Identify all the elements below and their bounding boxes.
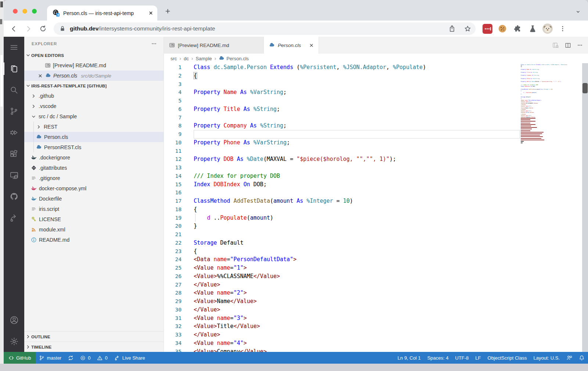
onepassword-button[interactable] bbox=[482, 24, 492, 34]
menu-dots-button[interactable] bbox=[557, 24, 568, 34]
status-feedback[interactable] bbox=[563, 352, 576, 364]
tree-folder--vscode[interactable]: .vscode bbox=[24, 101, 164, 111]
status-sync[interactable] bbox=[65, 352, 77, 364]
activity-item-github[interactable] bbox=[4, 186, 24, 207]
status-objectscript-class[interactable]: ObjectScript Class bbox=[484, 352, 530, 364]
activity-item-explorer[interactable] bbox=[4, 58, 24, 79]
code-line[interactable]: 23{ bbox=[164, 247, 588, 256]
code-line[interactable]: 15Index DOBIndex On DOB; bbox=[164, 180, 588, 189]
avatar-button[interactable] bbox=[542, 24, 553, 34]
breadcrumb-item[interactable]: Sample bbox=[196, 56, 212, 61]
close-icon[interactable] bbox=[309, 43, 314, 48]
breadcrumb-item[interactable]: Person.cls bbox=[219, 55, 249, 61]
code-line[interactable]: 29<Value>Name</Value> bbox=[164, 297, 588, 306]
code-line[interactable]: 13 bbox=[164, 163, 588, 172]
status-spaces-4[interactable]: Spaces: 4 bbox=[424, 352, 452, 364]
code-line[interactable]: 11 bbox=[164, 147, 588, 155]
window-minimize-button[interactable] bbox=[22, 9, 27, 14]
tree-file-docker-compose-yml[interactable]: docker-compose.yml bbox=[24, 183, 164, 194]
code-line[interactable]: 14/// Index for property DOB bbox=[164, 172, 588, 180]
bookmark-star-icon[interactable] bbox=[462, 23, 473, 35]
code-line[interactable]: 17ClassMethod AddTestData(amount As %Int… bbox=[164, 197, 588, 205]
activity-item-source-control[interactable] bbox=[4, 101, 24, 122]
tree-folder-rest[interactable]: REST bbox=[24, 122, 164, 132]
tab-search-chevron-icon[interactable] bbox=[576, 9, 581, 14]
code-line[interactable]: 33</Value> bbox=[164, 331, 588, 339]
activity-item-menu[interactable] bbox=[4, 37, 24, 58]
code-line[interactable]: 19 d ..Populate(amount) bbox=[164, 214, 588, 222]
minimap[interactable]: Class dc.Sample.Person Extends (%Persist… bbox=[521, 64, 568, 144]
open-editor-item[interactable]: Person.clssrc/dc/Sample bbox=[24, 71, 164, 81]
code-line[interactable]: 20} bbox=[164, 222, 588, 230]
breadcrumb-item[interactable]: src bbox=[171, 56, 177, 61]
status-0[interactable]: 0 bbox=[94, 352, 111, 364]
flask-button[interactable] bbox=[527, 24, 538, 34]
activity-item-search[interactable] bbox=[4, 79, 24, 101]
code-line[interactable]: 34<Value name="4"> bbox=[164, 339, 588, 347]
section-open-editors[interactable]: OPEN EDITORS bbox=[24, 50, 164, 60]
tree-file--dockerignore[interactable]: .dockerignore bbox=[24, 152, 164, 163]
puzzle-button[interactable] bbox=[512, 24, 523, 34]
sidebar-more-actions-icon[interactable] bbox=[151, 41, 157, 47]
editor-scrollbar[interactable] bbox=[582, 63, 588, 352]
new-tab-button[interactable] bbox=[165, 8, 171, 14]
activity-item-settings[interactable] bbox=[4, 331, 24, 352]
code-line[interactable]: 18{ bbox=[164, 205, 588, 214]
tree-file--gitignore[interactable]: .gitignore bbox=[24, 173, 164, 183]
code-line[interactable]: 28<Value name="2"> bbox=[164, 289, 588, 297]
split-editor-icon[interactable] bbox=[565, 42, 571, 48]
activity-item-run-debug[interactable] bbox=[4, 122, 24, 143]
tree-file-readme-md[interactable]: README.md bbox=[24, 235, 164, 245]
code-line[interactable]: 21 bbox=[164, 230, 588, 239]
code-line[interactable]: 24<Data name="PersonDefaultData"> bbox=[164, 255, 588, 264]
status-master[interactable]: master bbox=[36, 352, 65, 364]
tree-folder-src-dc-sample[interactable]: src / dc / Sample bbox=[24, 111, 164, 122]
status-github[interactable]: GitHub bbox=[4, 352, 36, 364]
status-layout-u-s-[interactable]: Layout: U.S. bbox=[530, 352, 563, 364]
open-preview-dim-icon[interactable] bbox=[552, 42, 559, 48]
browser-tab[interactable]: Person.cls — iris-rest-api-temp bbox=[47, 6, 157, 21]
tree-file-personrest-cls[interactable]: PersonREST.cls bbox=[24, 142, 164, 152]
status-ln-9-col-1[interactable]: Ln 9, Col 1 bbox=[394, 352, 424, 364]
code-line[interactable]: 30</Value> bbox=[164, 306, 588, 314]
code-line[interactable]: 26<Value>%%CLASSNAME</Value> bbox=[164, 272, 588, 281]
tree-file-iris-script[interactable]: iris.script bbox=[24, 204, 164, 214]
ellipsis-icon[interactable] bbox=[577, 42, 583, 48]
cookie-button[interactable] bbox=[497, 24, 508, 34]
tree-file-module-xml[interactable]: module.xml bbox=[24, 224, 164, 235]
status-0[interactable]: 0 bbox=[77, 352, 94, 364]
scrollbar-thumb[interactable] bbox=[582, 83, 588, 93]
tree-file-person-cls[interactable]: Person.cls bbox=[24, 132, 164, 142]
section-project[interactable]: IRIS-REST-API-TEMPLATE [GITHUB] bbox=[24, 81, 164, 91]
activity-item-account[interactable] bbox=[4, 309, 24, 331]
tab-close-icon[interactable] bbox=[148, 10, 154, 16]
activity-item-live-share[interactable] bbox=[4, 207, 24, 228]
address-bar[interactable]: github.dev/intersystems-community/iris-r… bbox=[54, 22, 476, 35]
forward-arrow-icon[interactable] bbox=[22, 22, 35, 35]
code-line[interactable]: 16 bbox=[164, 188, 588, 197]
status-utf-8[interactable]: UTF-8 bbox=[452, 352, 472, 364]
status-live-share[interactable]: Live Share bbox=[111, 352, 148, 364]
code-editor[interactable]: 1Class dc.Sample.Person Extends (%Persis… bbox=[164, 63, 588, 352]
code-line[interactable]: 12Property DOB As %Date(MAXVAL = "$piece… bbox=[164, 155, 588, 163]
status-lf[interactable]: LF bbox=[472, 352, 484, 364]
section-timeline[interactable]: TIMELINE bbox=[24, 342, 164, 352]
editor-tab-person-cls[interactable]: Person.cls bbox=[264, 37, 319, 54]
status-bell[interactable] bbox=[576, 352, 588, 364]
window-close-button[interactable] bbox=[13, 9, 18, 14]
activity-item-remote-explorer[interactable] bbox=[4, 165, 24, 186]
share-icon[interactable] bbox=[446, 23, 458, 35]
code-line[interactable]: 35<Value>Company</Value> bbox=[164, 347, 588, 352]
reload-icon[interactable] bbox=[37, 22, 49, 35]
back-arrow-icon[interactable] bbox=[7, 22, 20, 35]
breadcrumb-item[interactable]: dc bbox=[184, 56, 189, 61]
code-line[interactable]: 25<Value name="1"> bbox=[164, 264, 588, 272]
close-icon[interactable] bbox=[37, 73, 43, 79]
code-line[interactable]: 27</Value> bbox=[164, 281, 588, 289]
tree-folder--github[interactable]: .github bbox=[24, 91, 164, 101]
code-line[interactable]: 31<Value name="3"> bbox=[164, 314, 588, 323]
window-zoom-button[interactable] bbox=[32, 9, 37, 14]
tree-file-dockerfile[interactable]: Dockerfile bbox=[24, 194, 164, 204]
code-line[interactable]: 32<Value>Title</Value> bbox=[164, 322, 588, 331]
activity-item-extensions[interactable] bbox=[4, 143, 24, 165]
